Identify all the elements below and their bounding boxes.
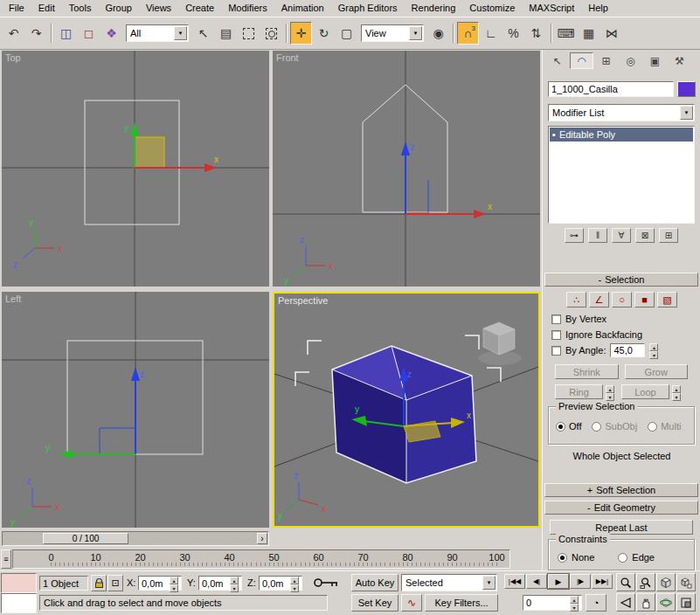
object-name-field[interactable]: 1_1000_Casilla: [548, 81, 674, 97]
key-mode-dropdown[interactable]: Selected ▼: [401, 574, 497, 591]
object-color-swatch[interactable]: [677, 81, 696, 97]
reference-coordinate-system-dropdown[interactable]: View ▼: [361, 24, 424, 42]
by-angle-field[interactable]: 45,0: [610, 343, 645, 357]
viewport-front-label[interactable]: Front: [276, 52, 299, 63]
open-mini-curve-editor-button[interactable]: ≡: [1, 549, 11, 569]
tab-create[interactable]: ↖: [545, 52, 569, 69]
min-max-toggle-button[interactable]: [676, 593, 696, 612]
play-animation-button[interactable]: ▶: [548, 574, 569, 589]
field-of-view-button[interactable]: [616, 593, 635, 612]
set-keys-key-icon[interactable]: [313, 576, 339, 591]
subobject-edge-button[interactable]: ∠: [589, 292, 609, 308]
y-spinner[interactable]: ▴▾: [230, 577, 239, 591]
menu-item[interactable]: Create: [178, 0, 221, 17]
tab-hierarchy[interactable]: ⊞: [594, 52, 618, 69]
current-frame-field[interactable]: 0 ▴▾: [523, 595, 582, 611]
ring-spinner[interactable]: ▴▾: [606, 385, 614, 399]
default-tangent-button[interactable]: ∿: [401, 594, 422, 612]
spinner-down-icon[interactable]: ▾: [170, 584, 178, 592]
redo-button[interactable]: ↷: [25, 22, 47, 45]
y-coordinate-field[interactable]: 0,0m ▴▾: [198, 576, 242, 591]
z-spinner[interactable]: ▴▾: [290, 577, 299, 591]
window-crossing-toggle-button[interactable]: [260, 22, 282, 45]
spinner-snap-toggle-button[interactable]: ⇅: [525, 22, 547, 45]
loop-spinner[interactable]: ▴▾: [672, 385, 681, 399]
menu-item[interactable]: Help: [581, 0, 615, 17]
bind-to-spacewarp-button[interactable]: ❖: [100, 22, 122, 45]
by-vertex-checkbox[interactable]: [551, 314, 561, 324]
absolute-offset-mode-toggle[interactable]: ⊡: [107, 575, 123, 591]
use-center-button[interactable]: ◉: [427, 22, 449, 45]
spinner-down-icon[interactable]: ▾: [570, 604, 579, 612]
selection-filter-dropdown[interactable]: All ▼: [126, 24, 189, 42]
gizmo-plane-handle[interactable]: [135, 137, 164, 168]
constraint-none-radio[interactable]: [558, 553, 567, 563]
key-filters-button[interactable]: Key Filters...: [425, 594, 498, 612]
spinner-down-icon[interactable]: ▾: [649, 351, 658, 359]
tab-motion[interactable]: ◎: [619, 52, 642, 69]
menu-item[interactable]: Edit: [31, 0, 62, 17]
x-coordinate-field[interactable]: 0,0m ▴▾: [138, 576, 182, 591]
dropdown-arrow-icon[interactable]: ▼: [409, 26, 422, 40]
menu-item[interactable]: File: [2, 0, 31, 17]
undo-button[interactable]: ↶: [3, 22, 24, 45]
repeat-last-button[interactable]: Repeat Last: [550, 520, 693, 535]
spinner-up-icon[interactable]: ▴: [649, 343, 658, 351]
show-end-result-button[interactable]: ‖: [588, 228, 607, 243]
select-and-scale-button[interactable]: ▢: [336, 22, 357, 45]
menu-item[interactable]: Graph Editors: [331, 0, 405, 17]
rollout-edit-geometry-header[interactable]: - Edit Geometry: [544, 501, 698, 515]
shrink-button[interactable]: Shrink: [555, 364, 619, 379]
rollout-soft-selection-header[interactable]: + Soft Selection: [544, 483, 698, 497]
grow-button[interactable]: Grow: [625, 364, 689, 379]
subobject-vertex-button[interactable]: ∴: [566, 292, 586, 308]
track-bar-ruler[interactable]: 0102030405060708090100: [12, 549, 510, 569]
spinner-down-icon[interactable]: ▾: [290, 584, 299, 592]
zoom-extents-button[interactable]: [656, 573, 676, 591]
object-wireframe[interactable]: [85, 100, 179, 225]
preview-multi-radio[interactable]: [648, 422, 657, 432]
unlink-selection-button[interactable]: ◻: [78, 22, 100, 45]
percent-snap-toggle-button[interactable]: %: [502, 22, 524, 45]
viewport-perspective[interactable]: z y x z x y Per: [273, 292, 540, 528]
subobject-element-button[interactable]: ▧: [657, 292, 677, 308]
select-and-link-button[interactable]: ◫: [55, 22, 77, 45]
menu-item[interactable]: Animation: [274, 0, 331, 17]
arc-rotate-button[interactable]: [656, 593, 676, 612]
select-and-rotate-button[interactable]: ↻: [313, 22, 335, 45]
zoom-all-button[interactable]: [636, 573, 655, 591]
dropdown-arrow-icon[interactable]: ▼: [680, 106, 693, 120]
maxscript-mini-listener-macro[interactable]: [1, 573, 37, 593]
frame-spinner[interactable]: ▴▾: [570, 596, 579, 610]
menu-item[interactable]: MAXScript: [522, 0, 581, 17]
ignore-backfacing-checkbox[interactable]: [551, 330, 561, 340]
spinner-up-icon[interactable]: ▴: [672, 385, 681, 393]
pin-stack-button[interactable]: ⊶: [565, 228, 584, 243]
preview-off-radio[interactable]: [556, 422, 565, 432]
rollout-selection-header[interactable]: - Selection: [544, 273, 698, 287]
select-by-name-button[interactable]: ▤: [215, 22, 237, 45]
remove-modifier-button[interactable]: ⊠: [635, 228, 655, 243]
go-to-end-button[interactable]: ▶▶|: [592, 574, 613, 589]
time-slider-track[interactable]: 0 / 100 ›: [2, 531, 269, 546]
tab-modify[interactable]: ◠: [570, 52, 593, 69]
spinner-up-icon[interactable]: ▴: [570, 596, 579, 604]
spinner-up-icon[interactable]: ▴: [230, 577, 239, 584]
tab-utilities[interactable]: ⚒: [668, 52, 691, 69]
next-frame-nub[interactable]: ›: [257, 533, 267, 544]
time-configuration-button[interactable]: ◔: [586, 594, 606, 612]
dropdown-arrow-icon[interactable]: ▼: [174, 26, 187, 40]
menu-item[interactable]: Rendering: [405, 0, 463, 17]
angle-snap-toggle-button[interactable]: ∟: [480, 22, 502, 45]
auto-key-button[interactable]: Auto Key: [351, 574, 399, 591]
select-and-move-button[interactable]: ✛: [290, 22, 312, 45]
loop-button[interactable]: Loop: [621, 384, 669, 399]
viewport-left-label[interactable]: Left: [5, 294, 21, 304]
spinner-up-icon[interactable]: ▴: [290, 577, 299, 584]
viewport-perspective-label[interactable]: Perspective: [278, 295, 328, 306]
spinner-down-icon[interactable]: ▾: [672, 393, 681, 401]
modifier-stack-list[interactable]: ▪ Editable Poly: [548, 126, 695, 224]
move-gizmo[interactable]: z y: [45, 367, 144, 459]
next-frame-button[interactable]: |▶: [570, 574, 591, 589]
tab-display[interactable]: ▣: [643, 52, 667, 69]
